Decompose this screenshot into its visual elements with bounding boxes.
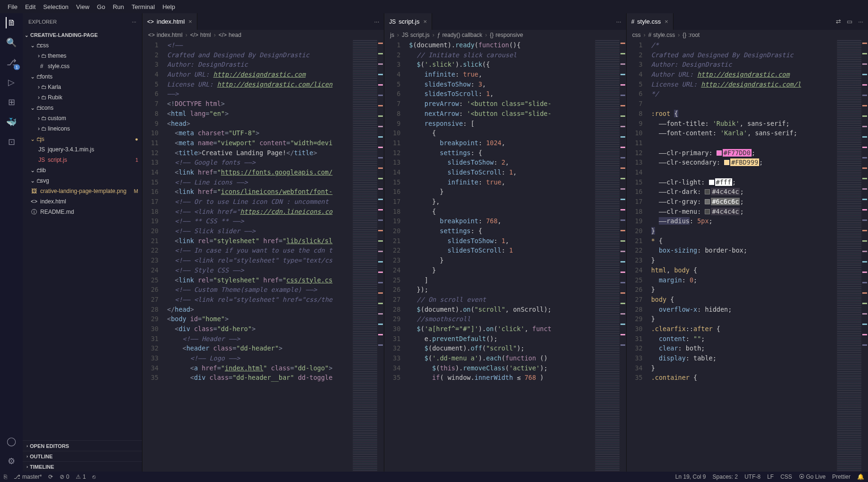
editor-action-icon[interactable]: ▭: [847, 18, 852, 25]
folder-icons[interactable]: ⌄ 🗀icons: [23, 103, 142, 113]
file-label: lib: [40, 167, 46, 174]
minimap[interactable]: [353, 40, 377, 472]
folder-lib[interactable]: ⌄ 🗀lib: [23, 165, 142, 175]
ports[interactable]: ⎋: [92, 473, 96, 480]
folder-lineicons[interactable]: › 🗀lineicons: [23, 123, 142, 134]
prettier[interactable]: Prettier: [832, 473, 850, 480]
search-icon[interactable]: 🔍: [6, 37, 17, 48]
folder-css[interactable]: ⌄ 🗀css: [23, 40, 142, 51]
chevron-down-icon: ⌄: [25, 33, 28, 38]
tab-style-css[interactable]: #style.css×: [627, 13, 673, 30]
language-mode[interactable]: CSS: [780, 473, 792, 480]
menu-run[interactable]: Run: [109, 1, 128, 12]
breadcrumbs[interactable]: js›JSscript.js›ƒready() callback›{}respo…: [384, 30, 626, 40]
breadcrumb-icon: {}: [490, 32, 494, 38]
file-readme-md[interactable]: ⓘREADME.md: [23, 207, 142, 217]
sidebar-more-icon[interactable]: ···: [132, 19, 136, 25]
overview-ruler[interactable]: [861, 40, 868, 472]
close-icon[interactable]: ×: [188, 18, 192, 25]
editor-action-icon[interactable]: ···: [616, 18, 621, 25]
folder-fonts[interactable]: ⌄ 🗀fonts: [23, 71, 142, 82]
explorer-icon[interactable]: 🗎: [6, 17, 17, 28]
folder-icon: ⌄ 🗀: [30, 105, 38, 111]
notifications-bell-icon[interactable]: 🔔: [857, 473, 864, 480]
close-icon[interactable]: ×: [664, 18, 668, 25]
code-editor[interactable]: 1234567891011121314151617181920212223242…: [142, 40, 384, 472]
menu-edit[interactable]: Edit: [21, 1, 39, 12]
overview-ruler[interactable]: [377, 40, 384, 472]
docker-icon[interactable]: 🐳: [6, 116, 17, 128]
breadcrumb-item[interactable]: js: [390, 32, 394, 38]
editor-action-icon[interactable]: ⇄: [836, 18, 841, 25]
section-open-editors[interactable]: ›OPEN EDITORS: [23, 440, 142, 451]
breadcrumb-label: index.html: [157, 32, 183, 38]
editor-action-icon[interactable]: ···: [858, 18, 863, 25]
overview-ruler[interactable]: [620, 40, 626, 472]
close-icon[interactable]: ×: [423, 18, 427, 25]
indent-setting[interactable]: Spaces: 2: [713, 473, 738, 480]
code-editor[interactable]: 1234567891011121314151617181920212223242…: [384, 40, 626, 472]
menu-selection[interactable]: Selection: [39, 1, 72, 12]
project-header[interactable]: ⌄ CREATIVE-LANDING-PAGE: [23, 30, 142, 40]
breadcrumb-item[interactable]: </>html: [190, 32, 211, 38]
minimap[interactable]: [595, 40, 620, 472]
minimap[interactable]: [837, 40, 861, 472]
folder-rubik[interactable]: › 🗀Rubik: [23, 92, 142, 103]
file-label: custom: [48, 115, 66, 122]
file-crative-landing-page-template-png[interactable]: 🖼crative-landing-page-template.pngM: [23, 186, 142, 196]
extensions-icon[interactable]: ⊞: [6, 96, 17, 108]
folder-js[interactable]: ⌄ 🗀js●: [23, 134, 142, 144]
menubar: FileEditSelectionViewGoRunTerminalHelp: [0, 0, 868, 13]
editor-action-icon[interactable]: ···: [374, 18, 379, 25]
scm-icon[interactable]: ⎇1: [6, 57, 17, 68]
git-sync[interactable]: ⟳: [48, 473, 53, 480]
menu-view[interactable]: View: [72, 1, 93, 12]
eol[interactable]: LF: [767, 473, 774, 480]
breadcrumb-item[interactable]: css: [632, 32, 641, 38]
file-style-css[interactable]: #style.css: [23, 61, 142, 71]
encoding[interactable]: UTF-8: [744, 473, 761, 480]
menu-terminal[interactable]: Terminal: [128, 1, 159, 12]
file-jquery-3-4-1-min-js[interactable]: JSjquery-3.4.1.min.js: [23, 144, 142, 155]
breadcrumb-item[interactable]: </>head: [219, 32, 241, 38]
folder-themes[interactable]: › 🗀themes: [23, 51, 142, 61]
remote-indicator[interactable]: ⎘: [4, 473, 7, 480]
code-editor[interactable]: 1234567891011121314151617181920212223242…: [627, 40, 868, 472]
section-timeline[interactable]: ›TIMELINE: [23, 461, 142, 472]
file-script-js[interactable]: JSscript.js1: [23, 155, 142, 165]
code-content[interactable]: <!——Crafted and Designed By DesignDrasti…: [167, 40, 353, 472]
breadcrumbs[interactable]: <>index.html›</>html›</>head: [142, 30, 384, 40]
file-label: README.md: [40, 209, 74, 215]
breadcrumb-icon: </>: [219, 32, 227, 38]
breadcrumb-item[interactable]: ƒready() callback: [437, 32, 482, 38]
problems-errors[interactable]: ⊘ 0: [60, 473, 69, 480]
file-index-html[interactable]: <>index.html: [23, 196, 142, 207]
menu-go[interactable]: Go: [93, 1, 109, 12]
breadcrumb-item[interactable]: JSscript.js: [402, 32, 430, 38]
git-branch[interactable]: ⎇master*: [14, 473, 42, 480]
breadcrumbs[interactable]: css›#style.css›{}:root: [627, 30, 868, 40]
problems-warnings[interactable]: ⚠ 1: [76, 473, 86, 480]
cursor-position[interactable]: Ln 19, Col 9: [675, 473, 706, 480]
section-outline[interactable]: ›OUTLINE: [23, 451, 142, 461]
breadcrumb-item[interactable]: <>index.html: [148, 32, 183, 38]
account-icon[interactable]: ◯: [6, 436, 17, 447]
breadcrumb-item[interactable]: #style.css: [648, 32, 675, 38]
folder-karla[interactable]: › 🗀Karla: [23, 82, 142, 92]
folder-custom[interactable]: › 🗀custom: [23, 113, 142, 123]
breadcrumb-label: head: [229, 32, 241, 38]
menu-help[interactable]: Help: [159, 1, 179, 12]
breadcrumb-item[interactable]: {}responsive: [490, 32, 523, 38]
tab-index-html[interactable]: <>index.html×: [142, 13, 197, 30]
tab-script-js[interactable]: JSscript.js×: [384, 13, 432, 30]
go-live[interactable]: ⦿ Go Live: [799, 473, 826, 480]
remote-icon[interactable]: ⊡: [6, 136, 17, 148]
debug-icon[interactable]: ▷: [6, 77, 17, 88]
settings-gear-icon[interactable]: ⚙: [6, 456, 17, 467]
folder-svg[interactable]: ⌄ 🗀svg: [23, 175, 142, 186]
menu-file[interactable]: File: [4, 1, 21, 12]
code-content[interactable]: /*Crafted and Designed By DesignDrasticA…: [651, 40, 837, 472]
breadcrumb-item[interactable]: {}:root: [682, 32, 700, 38]
tabs-bar: JSscript.js×···: [384, 13, 626, 30]
code-content[interactable]: $(document).ready(function(){ // Initiat…: [409, 40, 594, 472]
